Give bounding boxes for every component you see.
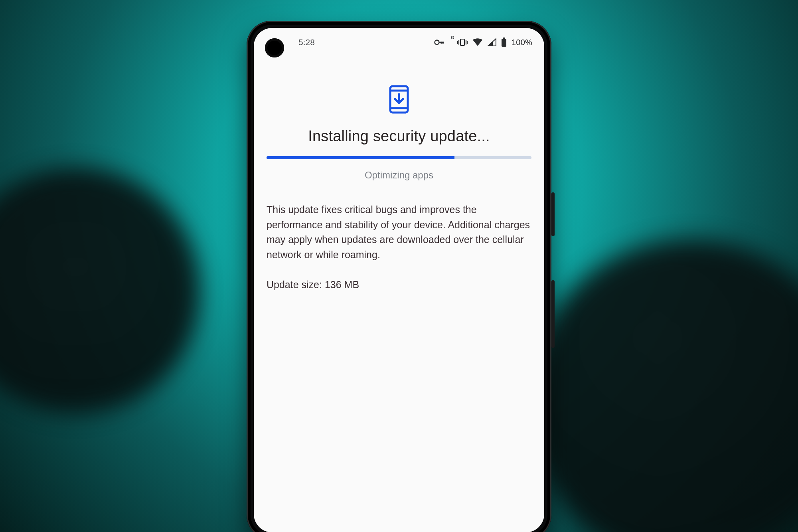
system-update-icon (389, 85, 409, 114)
g-badge-icon: G (450, 36, 455, 40)
bg-blob (0, 168, 200, 415)
progress-fill (267, 156, 454, 159)
svg-rect-5 (503, 38, 505, 39)
punch-hole-camera (265, 38, 284, 57)
update-content: Installing security update... Optimizing… (254, 57, 544, 291)
phone-frame: 5:28 G (247, 21, 551, 532)
phone-screen: 5:28 G (254, 28, 544, 532)
update-size: Update size: 136 MB (267, 279, 531, 291)
vpn-key-icon (434, 39, 445, 46)
update-description: This update fixes critical bugs and impr… (267, 202, 531, 262)
status-time: 5:28 (298, 38, 315, 47)
vibrate-icon (457, 38, 468, 47)
svg-rect-2 (442, 42, 444, 44)
update-title: Installing security update... (267, 128, 531, 145)
status-right-cluster: G (434, 38, 532, 47)
svg-rect-3 (441, 42, 442, 44)
bg-blob (527, 239, 798, 532)
status-bar: 5:28 G (254, 28, 544, 57)
wifi-icon (472, 38, 483, 46)
update-hero-icon-wrap (267, 85, 531, 114)
cell-signal-icon (488, 38, 496, 46)
svg-rect-6 (502, 39, 506, 47)
battery-percent: 100% (512, 38, 532, 47)
side-button (551, 192, 555, 236)
photo-stage: 5:28 G (0, 0, 798, 532)
battery-icon (501, 38, 507, 47)
svg-rect-4 (460, 39, 464, 45)
progress-bar (267, 156, 531, 159)
update-stage-text: Optimizing apps (267, 170, 531, 181)
svg-point-0 (435, 40, 439, 45)
side-button (551, 280, 555, 348)
